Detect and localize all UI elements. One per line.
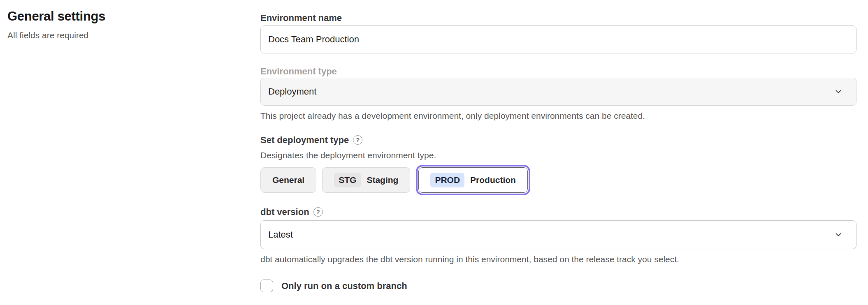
custom-branch-checkbox[interactable] [260, 280, 273, 292]
question-mark-circle-icon[interactable]: ? [313, 207, 323, 217]
environment-name-input[interactable] [260, 25, 856, 53]
deployment-type-option-general[interactable]: General [260, 167, 316, 193]
deployment-type-options: General STG Staging PROD Production [260, 167, 856, 193]
environment-type-label: Environment type [260, 66, 856, 77]
deployment-type-option-staging[interactable]: STG Staging [322, 167, 410, 193]
dbt-version-helper: dbt automatically upgrades the dbt versi… [260, 254, 856, 265]
chevron-down-icon [834, 87, 843, 96]
chevron-down-icon [834, 230, 843, 239]
deployment-type-option-production[interactable]: PROD Production [418, 167, 528, 193]
environment-type-select: Deployment [260, 78, 856, 106]
deployment-type-helper: Designates the deployment environment ty… [260, 150, 856, 161]
dbt-version-label: dbt version ? [260, 206, 856, 217]
environment-name-label: Environment name [260, 12, 856, 23]
environment-type-value: Deployment [268, 86, 316, 97]
stg-badge: STG [334, 173, 361, 187]
page-header: General settings All fields are required [7, 9, 105, 40]
page-title: General settings [7, 9, 105, 24]
general-settings-form: Environment name Environment type Deploy… [260, 12, 856, 292]
deployment-type-label: Set deployment type ? [260, 134, 856, 146]
custom-branch-row: Only run on a custom branch [260, 280, 856, 292]
custom-branch-label: Only run on a custom branch [281, 281, 407, 291]
question-mark-circle-icon[interactable]: ? [353, 135, 362, 145]
environment-type-helper: This project already has a development e… [260, 111, 856, 121]
dbt-version-value: Latest [268, 229, 293, 240]
dbt-version-select[interactable]: Latest [260, 220, 856, 249]
prod-badge: PROD [430, 173, 464, 187]
page-subtitle: All fields are required [7, 30, 105, 40]
